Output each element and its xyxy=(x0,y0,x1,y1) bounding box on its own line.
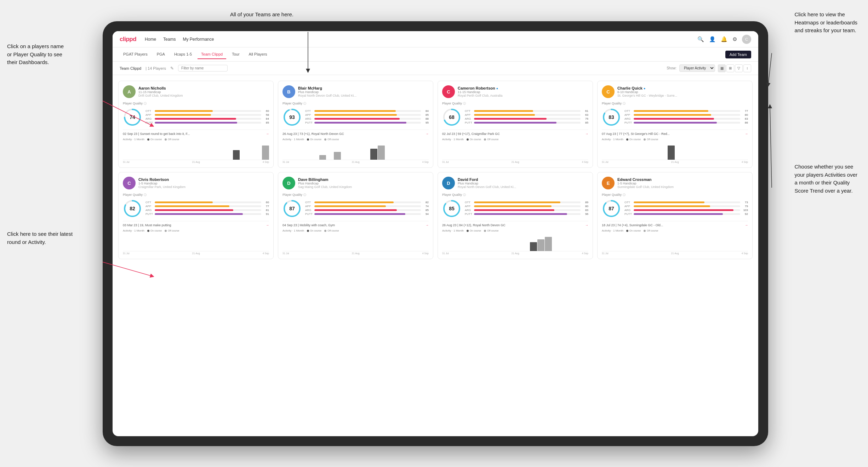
quality-circle[interactable]: 68 xyxy=(442,108,461,127)
latest-round[interactable]: 26 Aug 23 | 84 (+12), Royal North Devon … xyxy=(442,221,588,227)
stat-label: APP xyxy=(465,205,473,208)
sort-button[interactable]: ↕ xyxy=(743,64,751,72)
stat-bar-track xyxy=(474,118,581,120)
pq-label: Player Quality ⓘ xyxy=(602,102,748,106)
player-name[interactable]: Aaron Nicholls xyxy=(138,86,269,90)
pq-section[interactable]: 87 OTT 82 APP 74 ARG 85 xyxy=(282,199,429,218)
activity-label: Activity · 1 Month xyxy=(602,229,623,232)
tab-team-clippd[interactable]: Team Clippd xyxy=(198,50,226,59)
quality-circle[interactable]: 93 xyxy=(282,108,302,127)
activity-legends: On course Off course xyxy=(467,229,498,232)
latest-round[interactable]: 02 Sep 23 | Sunset round to get back int… xyxy=(123,130,269,136)
pq-section[interactable]: 74 OTT 60 APP 58 ARG 84 xyxy=(123,108,269,127)
latest-round[interactable]: 18 Jul 23 | 74 (+4), Sunningdale GC - Ol… xyxy=(602,221,748,227)
player-handicap: Plus Handicap xyxy=(458,182,588,185)
activity-legends: On course Off course xyxy=(626,138,658,141)
player-card[interactable]: C Chris Robertson 1-5 Handicap Craigmill… xyxy=(118,172,274,259)
latest-round[interactable]: 04 Sep 23 | Mobility with coach, Gym → xyxy=(282,221,429,227)
stat-row: OTT 77 xyxy=(624,109,748,113)
tab-all-players[interactable]: All Players xyxy=(245,50,271,59)
stat-bar-track xyxy=(155,110,261,112)
pq-section[interactable]: 83 OTT 77 APP 80 ARG 83 xyxy=(602,108,748,127)
pq-section[interactable]: 82 OTT 60 APP 77 ARG 81 xyxy=(123,199,269,218)
off-course-label: Off course xyxy=(168,138,179,141)
team-header-right: Show: Player Activity ▦ ⊞ ▽ ↕ xyxy=(667,64,751,72)
filter-button[interactable]: ▽ xyxy=(735,64,743,72)
stat-row: OTT 84 xyxy=(305,109,429,113)
profile-icon[interactable]: 👤 xyxy=(709,36,716,42)
add-team-button[interactable]: Add Team xyxy=(725,51,751,58)
stat-bar-track xyxy=(634,209,740,211)
search-input[interactable] xyxy=(178,65,228,72)
chart-bar xyxy=(370,149,377,160)
stat-row: APP 74 xyxy=(305,205,429,208)
user-avatar[interactable]: C xyxy=(742,35,751,44)
stat-value: 85 xyxy=(263,121,269,124)
quality-circle[interactable]: 85 xyxy=(442,199,461,218)
stat-row: APP 79 xyxy=(624,205,748,208)
player-name[interactable]: Chris Robertson xyxy=(138,177,269,182)
chart-date: 21 Aug xyxy=(192,161,200,163)
player-card[interactable]: C Charlie Quick ● 6-10 Handicap St. Geor… xyxy=(597,81,753,168)
latest-round[interactable]: 07 Aug 23 | 77 (+7), St George's Hill GC… xyxy=(602,130,748,136)
player-name[interactable]: Blair McHarg xyxy=(298,86,429,90)
chart-date: 4 Sep xyxy=(263,161,269,163)
pq-section[interactable]: 93 OTT 84 APP 85 ARG 88 xyxy=(282,108,429,127)
player-name[interactable]: Charlie Quick ● xyxy=(617,86,748,90)
player-card[interactable]: B Blair McHarg Plus Handicap Royal North… xyxy=(278,81,433,168)
activity-label: Activity · 1 Month xyxy=(123,229,144,232)
latest-round[interactable]: 02 Jul 23 | 59 (+17), Craigmillar Park G… xyxy=(442,130,588,136)
player-avatar: D xyxy=(442,177,455,189)
player-card[interactable]: E Edward Crossman 1-5 Handicap Sunningda… xyxy=(597,172,753,259)
stat-bar-track xyxy=(634,122,740,124)
player-card[interactable]: D David Ford Plus Handicap Royal North D… xyxy=(438,172,593,259)
latest-round[interactable]: 03 Mar 23 | 19, Must make putting → xyxy=(123,221,269,227)
nav-right: 🔍 👤 🔔 ⚙ C xyxy=(697,35,751,44)
quality-circle[interactable]: 74 xyxy=(123,108,142,127)
latest-round[interactable]: 26 Aug 23 | 73 (+1), Royal North Devon G… xyxy=(282,130,429,136)
app-logo[interactable]: clippd xyxy=(120,36,136,43)
stat-label: OTT xyxy=(145,109,153,113)
settings-icon[interactable]: ⚙ xyxy=(732,36,737,42)
legend-on-course: On course xyxy=(626,229,641,232)
nav-teams[interactable]: Teams xyxy=(163,35,176,43)
player-card[interactable]: D Dave Billingham Plus Handicap Sag Main… xyxy=(278,172,433,259)
stat-bar-fill xyxy=(474,118,547,120)
player-name[interactable]: David Ford xyxy=(458,177,588,182)
pq-section[interactable]: 87 OTT 73 APP 79 ARG 103 xyxy=(602,199,748,218)
bell-icon[interactable]: 🔔 xyxy=(721,36,727,42)
stat-bar-fill xyxy=(474,110,533,112)
tab-hcaps[interactable]: Hcaps 1-5 xyxy=(171,50,195,59)
nav-items: Home Teams My Performance xyxy=(145,35,214,43)
tab-pgat-players[interactable]: PGAT Players xyxy=(120,50,151,59)
show-select[interactable]: Player Activity xyxy=(679,64,715,72)
quality-circle[interactable]: 83 xyxy=(602,108,621,127)
stat-label: APP xyxy=(145,113,153,116)
quality-circle[interactable]: 87 xyxy=(602,199,621,218)
quality-circle[interactable]: 82 xyxy=(123,199,142,218)
activity-legends: On course Off course xyxy=(307,138,339,141)
player-card[interactable]: A Aaron Nicholls 11-15 Handicap Drift Go… xyxy=(118,81,274,168)
activity-chart xyxy=(123,234,269,251)
chart-date: 31 Jul xyxy=(123,161,130,163)
nav-home[interactable]: Home xyxy=(145,35,156,43)
grid-view-button[interactable]: ▦ xyxy=(718,64,726,72)
edit-team-icon[interactable]: ✎ xyxy=(170,66,174,71)
pq-section[interactable]: 85 OTT 89 APP 80 ARG 83 xyxy=(442,199,588,218)
stat-label: APP xyxy=(624,113,632,116)
stats-list: OTT 61 APP 63 ARG 75 PUTT 8 xyxy=(465,109,588,125)
chart-date: 21 Aug xyxy=(512,252,519,255)
player-name[interactable]: Cameron Robertson ● xyxy=(458,86,588,90)
quality-circle[interactable]: 87 xyxy=(282,199,302,218)
pq-section[interactable]: 68 OTT 61 APP 63 ARG 75 xyxy=(442,108,588,127)
list-view-button[interactable]: ⊞ xyxy=(726,64,734,72)
player-card[interactable]: C Cameron Robertson ● 11-15 Handicap Roy… xyxy=(438,81,593,168)
player-name[interactable]: Dave Billingham xyxy=(298,177,429,182)
player-avatar: C xyxy=(123,177,136,189)
tab-tour[interactable]: Tour xyxy=(228,50,243,59)
search-icon[interactable]: 🔍 xyxy=(697,36,704,42)
nav-my-performance[interactable]: My Performance xyxy=(183,35,214,43)
activity-header: Activity · 1 Month On course Off course xyxy=(602,229,748,232)
tab-pga[interactable]: PGA xyxy=(153,50,169,59)
player-name[interactable]: Edward Crossman xyxy=(617,177,748,182)
